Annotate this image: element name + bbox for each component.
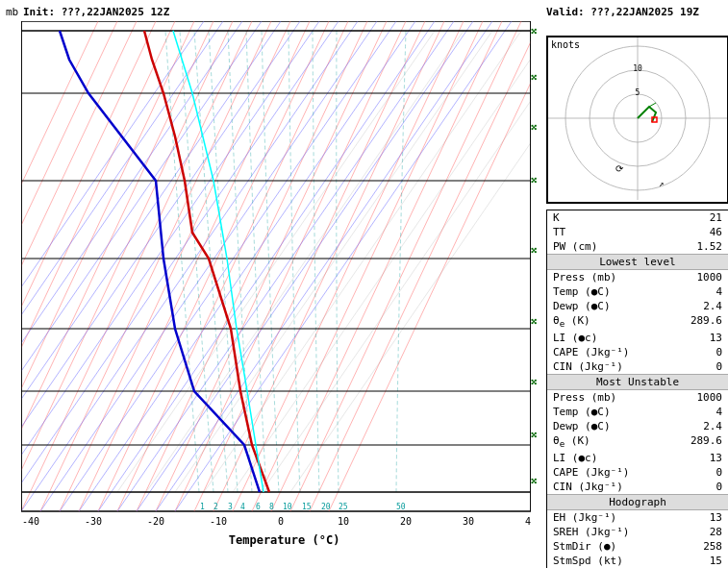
x-axis-label: Temperature (°C) xyxy=(229,533,340,547)
stmspd-value: 15 xyxy=(710,554,722,568)
mu-theta-value: 289.6 xyxy=(690,433,722,451)
svg-text:⟳: ⟳ xyxy=(615,163,624,174)
svg-text:10: 10 xyxy=(633,64,642,73)
svg-text:25: 25 xyxy=(339,503,348,511)
ll-cin-row: CIN (Jkg⁻¹) 0 xyxy=(547,359,728,374)
mu-li-row: LI (●c) 13 xyxy=(547,451,728,465)
hodograph-box: knots 5 10 ⟳ ↗ xyxy=(546,36,728,204)
stmspd-label: StmSpd (kt) xyxy=(553,554,623,568)
ll-cape-label: CAPE (Jkg⁻¹) xyxy=(553,345,629,359)
skewt-svg: 100 200 300 400 500 600 700 800 900 1000… xyxy=(21,21,531,531)
init-label: Init: ???,22JAN2025 12Z xyxy=(23,6,169,18)
tt-value: 46 xyxy=(710,225,722,239)
stmdir-value: 258 xyxy=(703,539,722,554)
svg-rect-106 xyxy=(652,117,657,122)
sreh-value: 28 xyxy=(710,525,722,539)
mu-cape-label: CAPE (Jkg⁻¹) xyxy=(553,465,629,480)
ll-theta-label: θe (K) xyxy=(553,313,590,331)
ll-li-row: LI (●c) 13 xyxy=(547,331,728,345)
sreh-row: SREH (Jkg⁻¹) 28 xyxy=(547,525,728,539)
ll-dewp-value: 2.4 xyxy=(703,299,722,313)
ll-cape-row: CAPE (Jkg⁻¹) 0 xyxy=(547,345,728,359)
mu-temp-row: Temp (●C) 4 xyxy=(547,405,728,419)
sreh-label: SREH (Jkg⁻¹) xyxy=(553,525,629,539)
svg-text:5: 5 xyxy=(636,88,640,97)
ll-theta-row: θe (K) 289.6 xyxy=(547,313,728,331)
ll-li-value: 13 xyxy=(710,331,722,345)
mu-li-value: 13 xyxy=(710,451,722,465)
ll-cin-value: 0 xyxy=(715,359,722,374)
svg-text:10: 10 xyxy=(283,503,292,511)
svg-text:3: 3 xyxy=(228,503,233,511)
svg-text:-30: -30 xyxy=(85,516,102,527)
tt-label: TT xyxy=(553,225,565,239)
mu-cape-value: 0 xyxy=(715,465,722,480)
k-row: K 21 xyxy=(547,210,728,225)
tt-row: TT 46 xyxy=(547,225,728,239)
lowest-level-header: Lowest level xyxy=(547,254,728,270)
mu-press-row: Press (mb) 1000 xyxy=(547,390,728,405)
mu-cape-row: CAPE (Jkg⁻¹) 0 xyxy=(547,465,728,480)
svg-text:-10: -10 xyxy=(210,516,227,527)
mu-cin-label: CIN (Jkg⁻¹) xyxy=(553,480,623,494)
mu-temp-label: Temp (●C) xyxy=(553,405,611,419)
ll-dewp-row: Dewp (●C) 2.4 xyxy=(547,299,728,313)
svg-text:20: 20 xyxy=(400,516,412,527)
svg-line-107 xyxy=(649,103,656,107)
svg-text:-20: -20 xyxy=(147,516,164,527)
stmspd-row: StmSpd (kt) 15 xyxy=(547,554,728,568)
pw-row: PW (cm) 1.52 xyxy=(547,239,728,254)
most-unstable-header: Most Unstable xyxy=(547,374,728,390)
ll-press-row: Press (mb) 1000 xyxy=(547,270,728,284)
svg-text:40: 40 xyxy=(525,516,531,527)
right-panel: Valid: ???,22JAN2025 19Z knots 5 1 xyxy=(542,4,728,564)
eh-row: EH (Jkg⁻¹) 13 xyxy=(547,510,728,525)
mu-li-label: LI (●c) xyxy=(553,451,597,465)
pw-value: 1.52 xyxy=(697,239,723,254)
hodograph-header: Hodograph xyxy=(547,494,728,510)
svg-text:15: 15 xyxy=(302,503,312,511)
ll-cape-value: 0 xyxy=(715,345,722,359)
ll-temp-label: Temp (●C) xyxy=(553,284,611,299)
ll-dewp-label: Dewp (●C) xyxy=(553,299,611,313)
mu-theta-label: θe (K) xyxy=(553,433,590,451)
mu-dewp-row: Dewp (●C) 2.4 xyxy=(547,419,728,433)
svg-text:↗: ↗ xyxy=(659,179,664,188)
ll-press-value: 1000 xyxy=(697,270,723,284)
stats-box: K 21 TT 46 PW (cm) 1.52 Lowest level Pre… xyxy=(546,210,728,568)
skewtlog-panel: mb Init: ???,22JAN2025 12Z Mixing Ratio … xyxy=(4,4,542,564)
svg-text:8: 8 xyxy=(269,503,274,511)
mb-label: mb xyxy=(6,6,18,18)
hodograph-svg: 5 10 ⟳ ↗ xyxy=(548,37,727,200)
k-label: K xyxy=(553,210,560,225)
svg-text:20: 20 xyxy=(321,503,331,511)
eh-value: 13 xyxy=(710,510,722,525)
svg-text:30: 30 xyxy=(463,516,474,527)
mu-press-label: Press (mb) xyxy=(553,390,616,405)
mu-theta-row: θe (K) 289.6 xyxy=(547,433,728,451)
ll-cin-label: CIN (Jkg⁻¹) xyxy=(553,359,623,374)
svg-text:0: 0 xyxy=(278,516,284,527)
hodograph-knots: knots xyxy=(551,39,580,50)
mu-temp-value: 4 xyxy=(715,405,722,419)
pw-label: PW (cm) xyxy=(553,239,597,254)
svg-text:4: 4 xyxy=(240,503,245,511)
ll-theta-value: 289.6 xyxy=(690,313,722,331)
ll-press-label: Press (mb) xyxy=(553,270,616,284)
svg-text:-40: -40 xyxy=(22,516,39,527)
ll-temp-row: Temp (●C) 4 xyxy=(547,284,728,299)
svg-text:1: 1 xyxy=(200,503,205,511)
mu-cin-value: 0 xyxy=(715,480,722,494)
mu-dewp-value: 2.4 xyxy=(703,419,722,433)
stmdir-label: StmDir (●) xyxy=(553,539,616,554)
k-value: 21 xyxy=(710,210,722,225)
mu-cin-row: CIN (Jkg⁻¹) 0 xyxy=(547,480,728,494)
ll-li-label: LI (●c) xyxy=(553,331,597,345)
mu-dewp-label: Dewp (●C) xyxy=(553,419,611,433)
mu-press-value: 1000 xyxy=(697,390,723,405)
svg-text:6: 6 xyxy=(256,503,261,511)
svg-text:50: 50 xyxy=(396,503,406,511)
eh-label: EH (Jkg⁻¹) xyxy=(553,510,616,525)
svg-text:10: 10 xyxy=(338,516,349,527)
valid-label: Valid: ???,22JAN2025 19Z xyxy=(546,6,728,18)
